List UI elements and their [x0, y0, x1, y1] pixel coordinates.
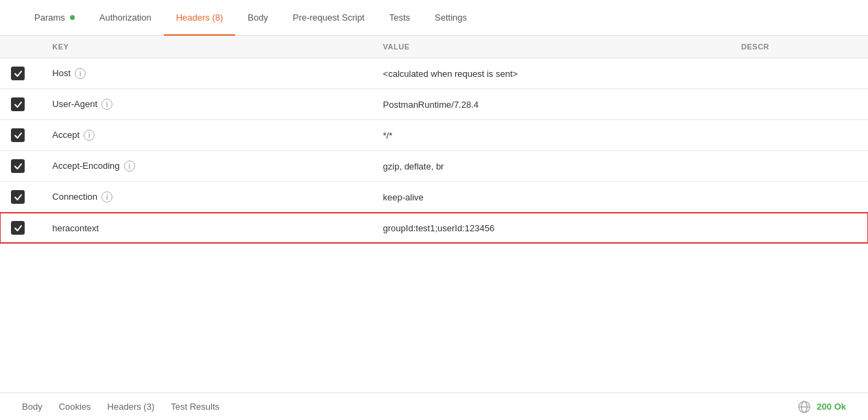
tab-body-label: Body — [248, 12, 268, 23]
value-text: PostmanRuntime/7.28.4 — [383, 100, 479, 110]
table-row: Connectionikeep-alive — [0, 182, 868, 213]
tab-params-label: Params — [34, 12, 65, 23]
checkbox-cell — [0, 182, 41, 213]
key-text: Host — [52, 68, 71, 78]
bottom-bar-headers[interactable]: Headers (3) — [108, 401, 155, 412]
desc-cell — [730, 213, 868, 244]
value-text: keep-alive — [383, 192, 424, 202]
key-cell: Accepti — [41, 120, 372, 151]
info-icon[interactable]: i — [101, 191, 112, 202]
value-text: */* — [383, 130, 393, 141]
key-text: User-Agent — [52, 99, 97, 109]
info-icon[interactable]: i — [124, 161, 135, 172]
key-cell: heracontext — [41, 213, 372, 244]
info-icon[interactable]: i — [75, 68, 86, 79]
value-cell: PostmanRuntime/7.28.4 — [372, 89, 730, 120]
col-header-key: KEY — [41, 36, 372, 58]
value-cell: */* — [372, 120, 730, 151]
value-text: gzip, deflate, br — [383, 161, 444, 172]
bottom-bar-testresults[interactable]: Test Results — [171, 401, 219, 412]
tab-settings-label: Settings — [435, 12, 467, 23]
value-cell: groupId:test1;userId:123456 — [372, 213, 730, 244]
desc-cell — [730, 120, 868, 151]
tab-tests[interactable]: Tests — [377, 0, 422, 36]
tab-headers[interactable]: Headers (8) — [164, 0, 236, 36]
value-cell: keep-alive — [372, 182, 730, 213]
key-text: Connection — [52, 191, 97, 202]
desc-cell — [730, 151, 868, 182]
desc-cell — [730, 182, 868, 213]
key-cell: Connectioni — [41, 182, 372, 213]
row-checkbox[interactable] — [11, 159, 25, 173]
headers-table-wrapper: KEY VALUE DESCR Hosti<calculated when re… — [0, 36, 868, 393]
table-row: Accept-Encodingigzip, deflate, br — [0, 151, 868, 182]
row-checkbox[interactable] — [11, 221, 25, 235]
desc-cell — [730, 58, 868, 89]
key-text: heracontext — [52, 223, 99, 233]
tab-headers-label: Headers (8) — [176, 12, 224, 23]
tab-body[interactable]: Body — [235, 0, 280, 36]
value-cell: <calculated when request is sent> — [372, 58, 730, 89]
tab-prerequest-label: Pre-request Script — [293, 12, 365, 23]
col-header-value: VALUE — [372, 36, 730, 58]
info-icon[interactable]: i — [84, 130, 95, 141]
info-icon[interactable]: i — [101, 99, 112, 110]
col-header-check — [0, 36, 41, 58]
main-container: Params Authorization Headers (8) Body Pr… — [0, 0, 868, 420]
tab-params[interactable]: Params — [22, 0, 87, 36]
status-badge: 200 Ok — [797, 400, 846, 414]
tab-tests-label: Tests — [389, 12, 410, 23]
checkbox-cell — [0, 151, 41, 182]
key-cell: Accept-Encodingi — [41, 151, 372, 182]
params-dot — [70, 15, 75, 20]
checkbox-cell — [0, 120, 41, 151]
checkbox-cell — [0, 213, 41, 244]
tab-prerequest[interactable]: Pre-request Script — [280, 0, 377, 36]
globe-icon — [797, 400, 811, 414]
table-header-row: KEY VALUE DESCR — [0, 36, 868, 58]
tabs-bar: Params Authorization Headers (8) Body Pr… — [0, 0, 868, 36]
value-text: groupId:test1;userId:123456 — [383, 223, 495, 233]
table-row: User-AgentiPostmanRuntime/7.28.4 — [0, 89, 868, 120]
bottom-bar: Body Cookies Headers (3) Test Results 20… — [0, 393, 868, 420]
row-checkbox[interactable] — [11, 67, 25, 80]
status-code: 200 Ok — [817, 401, 846, 412]
key-cell: Hosti — [41, 58, 372, 89]
row-checkbox[interactable] — [11, 97, 25, 111]
key-text: Accept-Encoding — [52, 161, 119, 171]
key-text: Accept — [52, 130, 80, 140]
table-row: heracontextgroupId:test1;userId:123456 — [0, 213, 868, 244]
table-row: Accepti*/* — [0, 120, 868, 151]
headers-table: KEY VALUE DESCR Hosti<calculated when re… — [0, 36, 868, 243]
col-header-desc: DESCR — [730, 36, 868, 58]
value-cell: gzip, deflate, br — [372, 151, 730, 182]
checkbox-cell — [0, 89, 41, 120]
tab-authorization-label: Authorization — [99, 12, 152, 23]
checkbox-cell — [0, 58, 41, 89]
bottom-bar-cookies[interactable]: Cookies — [59, 401, 91, 412]
tab-settings[interactable]: Settings — [422, 0, 479, 36]
key-cell: User-Agenti — [41, 89, 372, 120]
bottom-bar-body[interactable]: Body — [22, 401, 43, 412]
table-row: Hosti<calculated when request is sent> — [0, 58, 868, 89]
value-text: <calculated when request is sent> — [383, 69, 518, 79]
desc-cell — [730, 89, 868, 120]
row-checkbox[interactable] — [11, 190, 25, 204]
tab-authorization[interactable]: Authorization — [87, 0, 164, 36]
row-checkbox[interactable] — [11, 128, 25, 142]
